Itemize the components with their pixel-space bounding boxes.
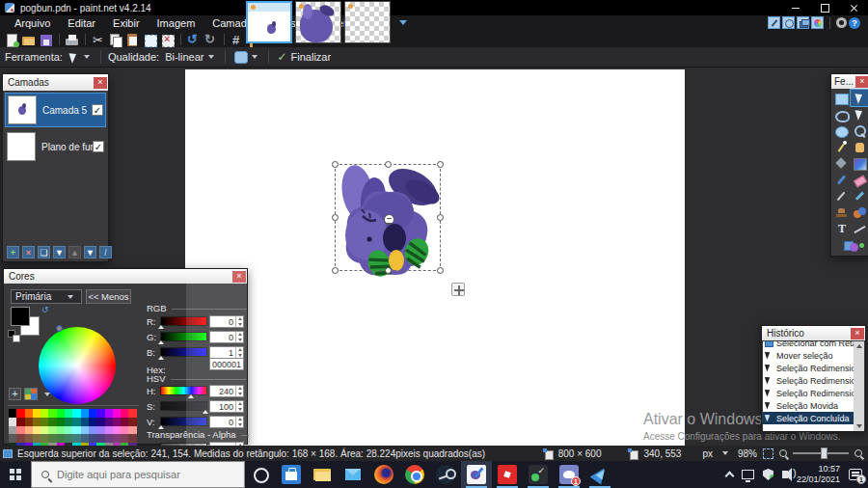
close-button[interactable] xyxy=(839,0,868,15)
zoom-tool[interactable] xyxy=(851,122,868,139)
history-item[interactable]: Seleção Redimensionada xyxy=(763,362,854,374)
v-value-field[interactable]: 0 xyxy=(209,416,244,428)
palette-swatch[interactable] xyxy=(41,426,48,435)
hex-value-field[interactable]: 000001 xyxy=(209,358,244,370)
layers-window-toggle[interactable] xyxy=(797,16,809,29)
scroll-up-icon[interactable] xyxy=(856,344,862,348)
move-layer-up-button[interactable]: ▲ xyxy=(68,246,81,258)
palette-swatch[interactable] xyxy=(41,418,48,426)
color-picker-tool[interactable] xyxy=(851,188,868,204)
paint-bucket-tool[interactable] xyxy=(832,155,851,172)
history-item[interactable]: Seleção Redimensionada xyxy=(763,387,854,399)
zoom-to-window-icon[interactable] xyxy=(763,448,773,459)
menu-imagem[interactable]: Imagem xyxy=(149,15,204,32)
layers-panel-titlebar[interactable]: Camadas xyxy=(3,74,108,91)
palette-swatch[interactable] xyxy=(96,426,104,435)
tools-panel-titlebar[interactable]: Fe... xyxy=(831,74,868,89)
g-slider-marker[interactable] xyxy=(158,340,164,344)
search-input[interactable] xyxy=(57,469,221,480)
g-slider[interactable] xyxy=(160,332,207,341)
palette-swatch[interactable] xyxy=(48,434,56,443)
cut-icon[interactable] xyxy=(91,33,106,47)
palette-swatch[interactable] xyxy=(96,418,104,426)
roblox-button[interactable] xyxy=(492,461,523,488)
palette-swatch[interactable] xyxy=(57,418,65,426)
palette-swatch[interactable] xyxy=(41,434,48,443)
finish-button[interactable]: Finalizar xyxy=(291,51,332,63)
palette-swatch[interactable] xyxy=(113,426,121,435)
palette-swatch[interactable] xyxy=(105,426,113,435)
palette-swatch[interactable] xyxy=(105,434,113,443)
h-slider-marker[interactable] xyxy=(188,394,194,398)
palette-swatch[interactable] xyxy=(65,426,72,435)
palette-swatch[interactable] xyxy=(81,434,89,443)
layers-panel-close-icon[interactable] xyxy=(94,77,107,89)
palette-swatch[interactable] xyxy=(57,426,65,435)
s-value-field[interactable]: 100 xyxy=(209,400,244,413)
new-file-icon[interactable] xyxy=(4,33,19,47)
palette-swatch[interactable] xyxy=(65,434,72,443)
units-dropdown-arrow[interactable] xyxy=(722,451,728,455)
history-item[interactable]: Seleção Redimensionada xyxy=(763,374,854,387)
discord-button[interactable]: 1 xyxy=(554,461,584,488)
selection-handle-ne[interactable] xyxy=(437,161,444,168)
clone-stamp-tool[interactable] xyxy=(832,204,851,221)
pencil-tool[interactable] xyxy=(832,188,851,204)
tools-panel-close-icon[interactable] xyxy=(855,76,868,88)
spinner[interactable] xyxy=(235,386,243,396)
selection-handle-nw[interactable] xyxy=(332,161,339,168)
pan-tool[interactable] xyxy=(851,139,868,155)
b-slider[interactable] xyxy=(160,347,207,357)
palette-swatch[interactable] xyxy=(25,409,33,418)
quality-dropdown-arrow[interactable] xyxy=(208,55,214,59)
color-wheel-marker[interactable] xyxy=(56,325,63,332)
palette-swatch[interactable] xyxy=(33,434,41,443)
palette-swatch[interactable] xyxy=(16,418,24,426)
palette-swatch[interactable] xyxy=(113,434,121,443)
palette-swatch[interactable] xyxy=(128,434,136,443)
toggle-grid-icon[interactable] xyxy=(230,33,245,47)
move-selected-pixels-tool[interactable] xyxy=(851,90,868,106)
palette-swatch[interactable] xyxy=(121,426,128,435)
zoom-level-value[interactable]: 98% xyxy=(738,448,757,459)
volume-icon[interactable] xyxy=(782,471,788,478)
units-dropdown[interactable]: px xyxy=(702,448,713,459)
palette-swatch[interactable] xyxy=(105,418,113,426)
palette-swatch[interactable] xyxy=(96,434,104,443)
palette-swatch[interactable] xyxy=(16,409,24,418)
shape-dropdown-arrow[interactable] xyxy=(252,55,258,59)
layer-row-camada5[interactable]: Camada 5 ✓ xyxy=(5,93,106,127)
mail-button[interactable] xyxy=(338,461,368,488)
security-shield-icon[interactable] xyxy=(763,469,773,480)
eraser-tool[interactable] xyxy=(851,172,868,188)
palette-swatch[interactable] xyxy=(41,409,48,418)
palette-swatch[interactable] xyxy=(57,409,65,418)
palette-swatch[interactable] xyxy=(81,409,89,418)
palette-swatch[interactable] xyxy=(25,418,33,426)
firefox-button[interactable] xyxy=(368,461,399,488)
selection-handle-w[interactable] xyxy=(332,214,339,221)
image-tab-1[interactable] xyxy=(246,1,292,43)
file-explorer-button[interactable] xyxy=(307,461,338,488)
spinner[interactable] xyxy=(235,332,243,342)
selection-handle-sw[interactable] xyxy=(332,267,339,274)
settings-gear-icon[interactable] xyxy=(836,17,847,28)
primary-color-swatch[interactable] xyxy=(11,307,30,326)
palette-menu-button[interactable] xyxy=(24,388,38,400)
selection-handle-e[interactable] xyxy=(437,214,444,221)
spinner[interactable] xyxy=(235,417,243,427)
palette-swatch[interactable] xyxy=(48,426,56,435)
palette-swatch[interactable] xyxy=(89,434,96,443)
layer-visibility-checkbox[interactable]: ✓ xyxy=(92,104,103,116)
layer-row-plano-de-fundo[interactable]: Plano de fundo ✓ xyxy=(5,129,106,164)
delete-layer-button[interactable]: × xyxy=(22,246,35,258)
palette-swatch[interactable] xyxy=(9,418,16,426)
history-scrollbar[interactable] xyxy=(854,341,864,431)
recolor-tool[interactable] xyxy=(851,204,868,221)
palette-swatch[interactable] xyxy=(25,434,33,443)
h-slider[interactable] xyxy=(160,386,207,395)
store-button[interactable] xyxy=(276,461,307,488)
move-layer-down-button[interactable]: ▼ xyxy=(84,246,96,258)
palette-swatch[interactable] xyxy=(65,418,72,426)
palette-swatch[interactable] xyxy=(72,426,80,435)
